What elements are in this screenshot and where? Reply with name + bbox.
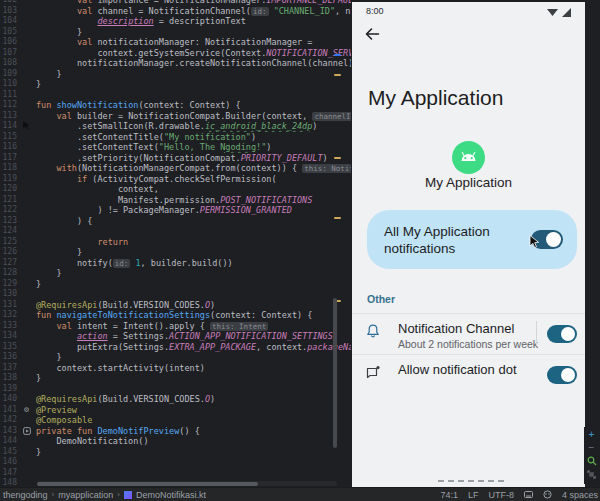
code-text[interactable]: ) { bbox=[36, 216, 351, 227]
code-line[interactable]: 112fun showNotification(context: Context… bbox=[0, 100, 351, 111]
line-number[interactable]: 144 bbox=[0, 436, 17, 447]
code-line[interactable]: 135 putExtra(Settings.EXTRA_APP_PACKAGE,… bbox=[0, 342, 351, 353]
preview-zoom-toolbar[interactable]: + − bbox=[584, 427, 599, 484]
code-line[interactable]: 110} bbox=[0, 79, 351, 90]
code-text[interactable] bbox=[36, 90, 351, 101]
code-line[interactable]: 127 notify(id: 1, builder.build()) bbox=[0, 258, 351, 269]
line-number[interactable]: 103 bbox=[0, 6, 17, 17]
code-text[interactable]: } bbox=[36, 447, 351, 458]
status-widget-icon[interactable] bbox=[543, 490, 552, 499]
line-number[interactable]: 142 bbox=[0, 415, 17, 426]
code-text[interactable]: @Preview bbox=[36, 405, 351, 416]
code-line[interactable]: 139 bbox=[0, 384, 351, 395]
line-number[interactable]: 110 bbox=[0, 79, 17, 90]
line-number[interactable]: 125 bbox=[0, 237, 17, 248]
line-number[interactable]: 145 bbox=[0, 447, 17, 458]
code-line[interactable]: 129} bbox=[0, 279, 351, 290]
notification-channel-toggle[interactable] bbox=[547, 325, 577, 343]
code-line[interactable]: 111 bbox=[0, 90, 351, 101]
code-editor[interactable]: 102 val importance = NotificationManager… bbox=[0, 0, 351, 487]
code-line[interactable]: 104 description = descriptionText bbox=[0, 16, 351, 27]
code-text[interactable] bbox=[36, 289, 351, 300]
line-number[interactable]: 139 bbox=[0, 384, 17, 395]
code-text[interactable] bbox=[36, 226, 351, 237]
code-text[interactable]: description = descriptionText bbox=[36, 16, 351, 27]
line-number[interactable]: 128 bbox=[0, 268, 17, 279]
code-text[interactable]: val channel = NotificationChannel(id: "C… bbox=[36, 6, 351, 17]
code-line[interactable]: 115 .setContentTitle("My notification") bbox=[0, 132, 351, 143]
code-line[interactable]: 117 .setPriority(NotificationCompat.PRIO… bbox=[0, 153, 351, 164]
code-text[interactable]: } bbox=[36, 79, 351, 90]
code-text[interactable]: .setSmallIcon(R.drawable.ic_android_blac… bbox=[36, 121, 351, 132]
vertical-scrollbar[interactable] bbox=[333, 298, 337, 448]
line-number[interactable]: 134 bbox=[0, 331, 17, 342]
code-text[interactable] bbox=[36, 457, 351, 468]
line-number[interactable]: 121 bbox=[0, 195, 17, 206]
code-line[interactable]: 124 bbox=[0, 226, 351, 237]
line-number[interactable]: 124 bbox=[0, 226, 17, 237]
zoom-to-fit-button[interactable] bbox=[586, 468, 598, 480]
code-text[interactable]: } bbox=[36, 69, 351, 80]
code-line[interactable]: 131@RequiresApi(Build.VERSION_CODES.O) bbox=[0, 300, 351, 311]
code-text[interactable]: return bbox=[36, 237, 351, 248]
code-text[interactable]: private fun DemoNotifPreview() { bbox=[36, 426, 351, 437]
line-number[interactable]: 126 bbox=[0, 247, 17, 258]
code-text[interactable]: putExtra(Settings.EXTRA_APP_PACKAGE, con… bbox=[36, 342, 351, 353]
code-line[interactable]: 141⚙@Preview bbox=[0, 405, 351, 416]
code-line[interactable]: 132fun navigateToNotificationSettings(co… bbox=[0, 310, 351, 321]
code-line[interactable]: 121 Manifest.permission.POST_NOTIFICATIO… bbox=[0, 195, 351, 206]
code-line[interactable]: 144 DemoNotification() bbox=[0, 436, 351, 447]
back-arrow-icon[interactable] bbox=[364, 26, 380, 42]
line-number[interactable]: 105 bbox=[0, 27, 17, 38]
line-number[interactable]: 104 bbox=[0, 16, 17, 27]
code-line[interactable]: 122 ) != PackageManager.PERMISSION_GRANT… bbox=[0, 205, 351, 216]
code-line[interactable]: 118 with(NotificationManagerCompat.from(… bbox=[0, 163, 351, 174]
code-line[interactable]: 108 notificationManager.createNotificati… bbox=[0, 58, 351, 69]
zoom-out-button[interactable]: − bbox=[586, 442, 598, 454]
breadcrumb-item-package[interactable]: myapplication bbox=[58, 490, 113, 500]
code-text[interactable]: val notificationManager: NotificationMan… bbox=[36, 37, 351, 48]
code-text[interactable]: fun navigateToNotificationSettings(conte… bbox=[36, 310, 351, 321]
code-text[interactable]: DemoNotification() bbox=[36, 436, 351, 447]
line-number[interactable]: 109 bbox=[0, 69, 17, 80]
code-text[interactable]: if (ActivityCompat.checkSelfPermission( bbox=[36, 174, 351, 185]
code-line[interactable]: 138} bbox=[0, 373, 351, 384]
code-line[interactable]: 130 bbox=[0, 289, 351, 300]
code-line[interactable]: 134 action = Settings.ACTION_APP_NOTIFIC… bbox=[0, 331, 351, 342]
caret-position[interactable]: 74:1 bbox=[440, 490, 458, 500]
code-line[interactable]: 142@Composable bbox=[0, 415, 351, 426]
code-line[interactable]: 140@RequiresApi(Build.VERSION_CODES.O) bbox=[0, 394, 351, 405]
code-text[interactable]: val builder = NotificationCompat.Builder… bbox=[36, 111, 351, 122]
line-number[interactable]: 107 bbox=[0, 48, 17, 59]
breadcrumb[interactable]: thengoding › myapplication › DemoNotifik… bbox=[0, 490, 206, 500]
code-text[interactable]: } bbox=[36, 27, 351, 38]
code-line[interactable]: 147 bbox=[0, 468, 351, 479]
line-number[interactable]: 136 bbox=[0, 352, 17, 363]
line-number[interactable]: 116 bbox=[0, 142, 17, 153]
breadcrumb-item-file[interactable]: DemoNotifikasi.kt bbox=[136, 490, 206, 500]
line-number[interactable]: 147 bbox=[0, 468, 17, 479]
code-text[interactable] bbox=[36, 384, 351, 395]
code-line[interactable]: 143private fun DemoNotifPreview() { bbox=[0, 426, 351, 437]
code-text[interactable]: context.getSystemService(Context.NOTIFIC… bbox=[36, 48, 351, 59]
code-text[interactable]: } bbox=[36, 373, 351, 384]
code-line[interactable]: 116 .setContentText("Hello, The Ngoding!… bbox=[0, 142, 351, 153]
code-line[interactable]: 137 context.startActivity(intent) bbox=[0, 363, 351, 374]
line-number[interactable]: 148 bbox=[0, 478, 17, 487]
code-text[interactable]: fun showNotification(context: Context) { bbox=[36, 100, 351, 111]
code-line[interactable]: 103 val channel = NotificationChannel(id… bbox=[0, 6, 351, 17]
code-line[interactable]: 133 val intent = Intent().apply { this: … bbox=[0, 321, 351, 332]
line-number[interactable]: 106 bbox=[0, 37, 17, 48]
device-preview-screen[interactable]: 8:00 My Application My Application All M… bbox=[352, 2, 585, 487]
line-number[interactable]: 140 bbox=[0, 394, 17, 405]
gutter-gear-icon[interactable]: ⚙ bbox=[24, 405, 29, 414]
code-line[interactable]: 105 } bbox=[0, 27, 351, 38]
code-line[interactable]: 128 } bbox=[0, 268, 351, 279]
code-text[interactable]: val intent = Intent().apply { this: Inte… bbox=[36, 321, 351, 332]
code-text[interactable]: action = Settings.ACTION_APP_NOTIFICATIO… bbox=[36, 331, 351, 342]
indent-setting[interactable]: 4 spaces bbox=[562, 490, 598, 500]
code-text[interactable]: } bbox=[36, 279, 351, 290]
code-text[interactable]: .setPriority(NotificationCompat.PRIORITY… bbox=[36, 153, 351, 164]
all-notifications-card[interactable]: All My Application notifications bbox=[367, 210, 577, 269]
code-line[interactable]: 107 context.getSystemService(Context.NOT… bbox=[0, 48, 351, 59]
